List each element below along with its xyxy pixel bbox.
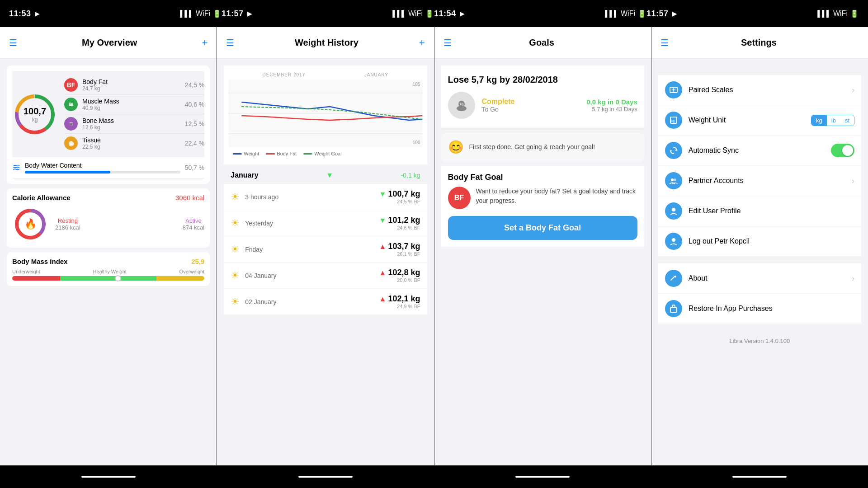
bmi-underweight-bar [12,276,60,281]
history-item-1: ☀ Yesterday ▼ 101,2 kg 24,6 % BF [224,210,427,236]
status-icons-1: ▌▌▌ WiFi 🔋 [180,9,222,18]
hamburger-icon-goals[interactable]: ☰ [443,38,452,48]
partner-accounts-label: Partner Accounts [689,177,852,185]
resting-stat: Resting 2186 kcal [55,217,80,231]
logout-icon [665,233,682,250]
signal-2: ▌▌▌ [392,10,406,17]
goals-title: Goals [452,38,632,48]
month-change: -0,1 kg [401,172,420,179]
legend-fat-label: Body Fat [277,151,297,156]
navbar-history: ☰ Weight History + [217,27,434,59]
history-date-3: 04 January [245,272,379,279]
bmi-header: Body Mass Index 25,9 [12,258,204,265]
navbar-goals: ☰ Goals [434,27,651,59]
svg-rect-26 [670,308,677,312]
unit-st-button[interactable]: st [840,115,854,126]
y-label-100: 100 [413,140,420,145]
home-indicator-2[interactable] [298,476,353,478]
trend-icon-4: ▲ [379,295,387,303]
toggle-thumb [842,145,853,156]
status-icons-2: ▌▌▌ WiFi 🔋 [392,9,434,18]
settings-item-about[interactable]: About › [658,263,861,294]
bfg-text: Want to reduce your body fat? Set a goal… [476,187,637,206]
unit-selector[interactable]: kg lb st [811,115,854,126]
trend-icon-2: ▲ [379,243,387,251]
goal-message-text: First step done. Get going & reach your … [469,143,595,152]
history-date-0: 3 hours ago [245,193,379,201]
settings-item-restore[interactable]: Restore In App Purchases [658,294,861,324]
legend-weight-dot [233,153,242,155]
tissue-name: Tissue [82,136,185,144]
home-indicator-3[interactable] [515,476,570,478]
status-icons-3: ▌▌▌ WiFi 🔋 [605,9,646,18]
goal-weight-icon: kg [448,92,475,119]
muscle-percent: 40,6 % [185,101,205,108]
metric-tissue: ◉ Tissue 22,5 kg 22,4 % [64,134,204,153]
muscle-kg: 40,9 kg [82,105,185,111]
add-icon-history[interactable]: + [419,37,425,49]
history-weight-col-0: ▼ 100,7 kg 24,5 % BF [379,189,420,204]
weight-unit-icon: kg [665,112,682,129]
chart-legend: Weight Body Fat Weight Goal [228,147,422,160]
sun-icon-3: ☀ [231,270,240,282]
settings-item-logout[interactable]: Log out Petr Kopcil [658,226,861,257]
auto-sync-icon [665,142,682,159]
about-icon [665,270,682,287]
hamburger-icon-history[interactable]: ☰ [226,38,234,48]
paired-scales-chevron: › [852,85,854,95]
chart-labels: DECEMBER 2017 JANUARY [228,70,422,80]
goal-message-section: 😊 First step done. Get going & reach you… [441,133,644,161]
history-bf-0: 24,5 % BF [379,199,420,204]
home-indicator-1[interactable] [81,476,136,478]
settings-item-auto-sync[interactable]: Automatic Sync [658,136,861,166]
bodyfat-name: Body Fat [82,78,185,85]
history-date-2: Friday [245,246,379,253]
bfg-row: BF Want to reduce your body fat? Set a g… [448,187,637,209]
location-icon-1: ▶ [35,10,40,17]
hamburger-icon-overview[interactable]: ☰ [9,38,17,48]
navbar-overview: ☰ My Overview + [0,27,217,59]
calorie-header: Calorie Allowance 3060 kcal [12,194,204,202]
svg-point-21 [671,178,674,181]
bodyfat-percent: 24,5 % [185,81,205,89]
history-weight-col-2: ▲ 103,7 kg 26,1 % BF [379,242,420,257]
flame-icon: 🔥 [24,218,37,230]
set-goal-button[interactable]: Set a Body Fat Goal [448,216,637,240]
hamburger-icon-settings[interactable]: ☰ [660,38,669,48]
restore-label: Restore In App Purchases [689,305,854,313]
goal-progress: 0,0 kg in 0 Days [586,98,637,106]
history-weight-3: 102,8 kg [388,268,420,277]
chart-area: DECEMBER 2017 JANUARY [224,66,427,164]
unit-kg-button[interactable]: kg [811,115,827,126]
goal-remaining: 5,7 kg in 43 Days [586,106,637,113]
auto-sync-toggle[interactable] [831,144,854,157]
weight-gauge: 100,7 kg [12,92,57,137]
water-bar [25,171,110,174]
resting-label: Resting [55,217,80,224]
trend-icon-1: ▼ [379,216,387,225]
trend-icon-3: ▲ [379,269,387,277]
settings-item-weight-unit[interactable]: kg Weight Unit kg lb st [658,105,861,136]
settings-item-edit-profile[interactable]: Edit User Profile [658,196,861,226]
weight-unit-label: Weight Unit [689,116,811,124]
auto-sync-label: Automatic Sync [689,146,831,155]
add-icon-overview[interactable]: + [202,37,208,49]
history-bf-1: 24,6 % BF [379,225,420,230]
calorie-body: 🔥 Resting 2186 kcal Active 874 kcal [12,206,204,242]
bmi-overweight-label: Overweight [179,269,205,274]
settings-item-paired-scales[interactable]: Paired Scales › [658,75,861,105]
settings-title: Settings [669,38,849,48]
version-text: Libra Version 1.4.0.100 [658,328,861,353]
home-indicator-4[interactable] [732,476,787,478]
weight-unit: kg [24,116,46,122]
tissue-percent: 22,4 % [185,140,205,147]
chart-svg-container: 105 100 [228,80,422,147]
main-content: ☰ My Overview + [0,27,868,465]
sun-icon-1: ☀ [231,217,240,229]
tissue-icon: ◉ [64,136,78,150]
unit-lb-button[interactable]: lb [827,115,840,126]
settings-item-partner-accounts[interactable]: Partner Accounts › [658,166,861,196]
time-4: 11:57 [646,9,669,19]
weight-row: 100,7 kg BF Body Fat 24,7 kg 24,5 % [12,71,204,157]
battery-4: 🔋 [850,9,859,18]
